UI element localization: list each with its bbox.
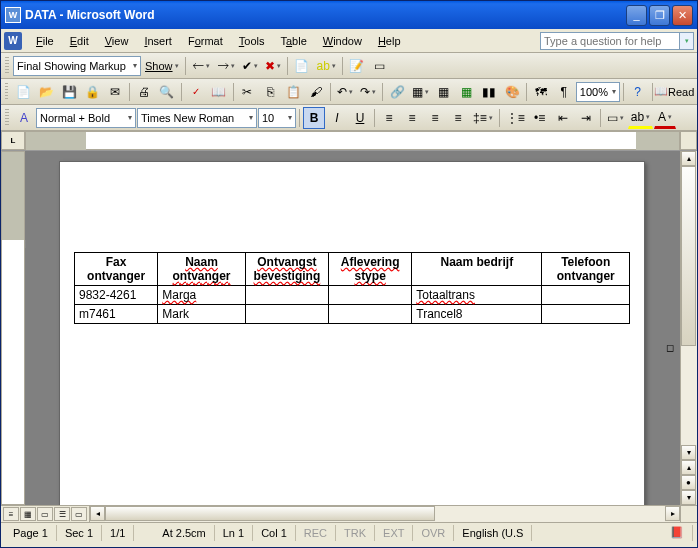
table-header[interactable]: Ontvangst bevestiging: [245, 253, 328, 286]
scroll-left-button[interactable]: ◂: [90, 506, 105, 521]
maximize-button[interactable]: ❐: [649, 5, 670, 26]
menu-view[interactable]: View: [97, 33, 137, 49]
status-pages[interactable]: 1/1: [102, 525, 134, 541]
tables-borders-button[interactable]: ▦: [409, 81, 431, 103]
bullets-button[interactable]: •≡: [529, 107, 551, 129]
display-for-review-combo[interactable]: Final Showing Markup▾: [13, 56, 141, 76]
status-trk[interactable]: TRK: [336, 525, 375, 541]
web-layout-view-button[interactable]: ▦: [20, 507, 36, 521]
table-cell[interactable]: [329, 305, 412, 324]
highlight-button[interactable]: ab: [314, 55, 339, 77]
open-button[interactable]: 📂: [35, 81, 57, 103]
next-change-button[interactable]: 🡒: [214, 55, 238, 77]
status-rec[interactable]: REC: [296, 525, 336, 541]
help-button[interactable]: ?: [627, 81, 649, 103]
font-color-button[interactable]: A: [654, 107, 676, 129]
menu-help[interactable]: Help: [370, 33, 409, 49]
toolbar-grip[interactable]: [5, 57, 9, 75]
highlight-color-button[interactable]: ab: [628, 107, 653, 129]
accept-change-button[interactable]: ✔: [239, 55, 261, 77]
menu-edit[interactable]: Edit: [62, 33, 97, 49]
outline-view-button[interactable]: ☰: [54, 507, 70, 521]
table-header[interactable]: Telefoon ontvanger: [542, 253, 630, 286]
insert-table-button[interactable]: ▦: [432, 81, 454, 103]
status-section[interactable]: Sec 1: [57, 525, 102, 541]
normal-view-button[interactable]: ≡: [3, 507, 19, 521]
line-spacing-button[interactable]: ‡≡: [470, 107, 496, 129]
increase-indent-button[interactable]: ⇥: [575, 107, 597, 129]
word-icon[interactable]: W: [4, 32, 22, 50]
decrease-indent-button[interactable]: ⇤: [552, 107, 574, 129]
drawing-button[interactable]: 🎨: [501, 81, 523, 103]
status-page[interactable]: Page 1: [5, 525, 57, 541]
tab-selector[interactable]: L: [1, 131, 25, 150]
print-button[interactable]: 🖨: [133, 81, 155, 103]
table-header[interactable]: Naam ontvanger: [158, 253, 246, 286]
table-cell[interactable]: Marga: [158, 286, 246, 305]
table-header[interactable]: Naam bedrijf: [412, 253, 542, 286]
toolbar-grip[interactable]: [5, 109, 9, 127]
italic-button[interactable]: I: [326, 107, 348, 129]
font-size-combo[interactable]: 10▾: [258, 108, 296, 128]
spelling-button[interactable]: ✓: [185, 81, 207, 103]
font-combo[interactable]: Times New Roman▾: [137, 108, 257, 128]
undo-button[interactable]: ↶: [334, 81, 356, 103]
status-language[interactable]: English (U.S: [454, 525, 532, 541]
email-button[interactable]: ✉: [104, 81, 126, 103]
read-button[interactable]: 📖 Read: [655, 81, 693, 103]
document-viewport[interactable]: Fax ontvanger Naam ontvanger Ontvangst b…: [25, 151, 680, 505]
close-button[interactable]: ✕: [672, 5, 693, 26]
zoom-combo[interactable]: 100%▾: [576, 82, 620, 102]
status-column[interactable]: Col 1: [253, 525, 296, 541]
data-table[interactable]: Fax ontvanger Naam ontvanger Ontvangst b…: [74, 252, 630, 324]
table-cell[interactable]: [542, 286, 630, 305]
table-cell[interactable]: [245, 286, 328, 305]
status-ovr[interactable]: OVR: [413, 525, 454, 541]
help-search-input[interactable]: [540, 32, 680, 50]
justify-button[interactable]: ≡: [447, 107, 469, 129]
doc-map-button[interactable]: 🗺: [530, 81, 552, 103]
show-hide-button[interactable]: ¶: [553, 81, 575, 103]
paste-button[interactable]: 📋: [282, 81, 304, 103]
horizontal-ruler[interactable]: [25, 131, 680, 150]
align-right-button[interactable]: ≡: [424, 107, 446, 129]
help-search-dropdown[interactable]: ▾: [680, 32, 694, 50]
toolbar-grip[interactable]: [5, 83, 8, 101]
minimize-button[interactable]: _: [626, 5, 647, 26]
style-combo[interactable]: Normal + Bold▾: [36, 108, 136, 128]
scroll-right-button[interactable]: ▸: [665, 506, 680, 521]
status-at[interactable]: At 2.5cm: [154, 525, 214, 541]
new-document-button[interactable]: 📄: [12, 81, 34, 103]
status-line[interactable]: Ln 1: [215, 525, 253, 541]
menu-table[interactable]: Table: [272, 33, 314, 49]
reviewing-pane-button[interactable]: ▭: [369, 55, 391, 77]
select-browse-object-button[interactable]: ●: [681, 475, 696, 490]
status-spell-icon[interactable]: 📕: [662, 525, 693, 541]
status-ext[interactable]: EXT: [375, 525, 413, 541]
table-cell[interactable]: [329, 286, 412, 305]
table-cell[interactable]: m7461: [75, 305, 158, 324]
table-cell[interactable]: Totaaltrans: [412, 286, 542, 305]
research-button[interactable]: 📖: [208, 81, 230, 103]
copy-button[interactable]: ⎘: [259, 81, 281, 103]
table-header[interactable]: Aflevering stype: [329, 253, 412, 286]
previous-change-button[interactable]: 🡐: [189, 55, 213, 77]
next-page-button[interactable]: ▾: [681, 490, 696, 505]
excel-button[interactable]: ▦: [455, 81, 477, 103]
table-cell[interactable]: 9832-4261: [75, 286, 158, 305]
bold-button[interactable]: B: [303, 107, 325, 129]
table-move-handle[interactable]: [25, 240, 26, 248]
cut-button[interactable]: ✂: [236, 81, 258, 103]
menu-file[interactable]: File: [28, 33, 62, 49]
styles-button[interactable]: A: [13, 107, 35, 129]
table-cell[interactable]: Mark: [158, 305, 246, 324]
new-comment-button[interactable]: 📄: [291, 55, 313, 77]
horizontal-scrollbar[interactable]: [105, 506, 665, 522]
show-button[interactable]: Show: [142, 55, 182, 77]
vertical-scrollbar[interactable]: ▴ ▾ ▴ ● ▾: [680, 151, 697, 505]
columns-button[interactable]: ▮▮: [478, 81, 500, 103]
table-cell[interactable]: Trancel8: [412, 305, 542, 324]
permission-button[interactable]: 🔒: [81, 81, 103, 103]
menu-tools[interactable]: Tools: [231, 33, 273, 49]
table-resize-handle[interactable]: ◻: [666, 342, 674, 350]
